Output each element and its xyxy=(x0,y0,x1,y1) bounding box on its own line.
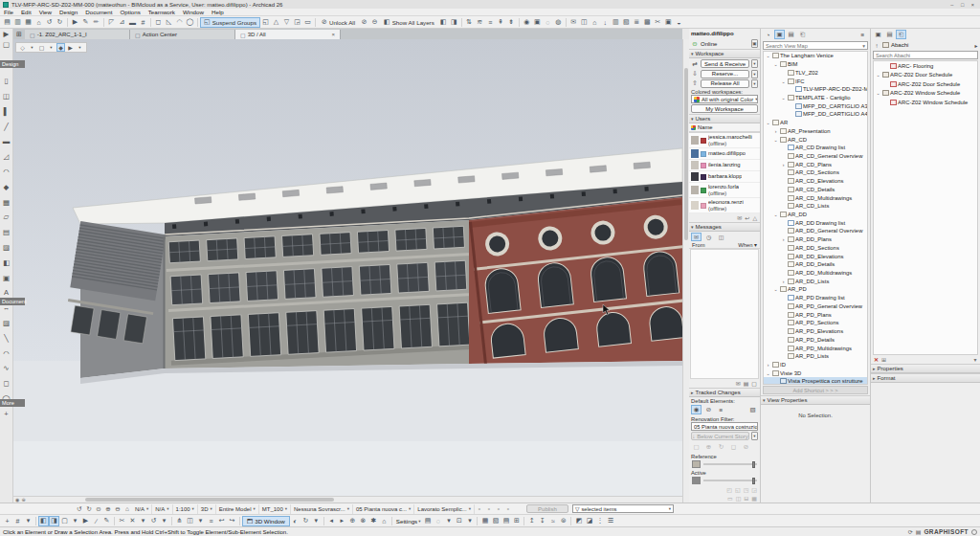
trace-icon[interactable]: ▢ xyxy=(691,442,702,452)
messages-when-column[interactable]: When ▾ xyxy=(738,242,757,248)
view-nav-icon[interactable]: ⊕ xyxy=(103,505,113,513)
edit-mode-icon-active[interactable]: ◨ xyxy=(49,516,59,526)
bottom-toolbar-icon[interactable]: ▾ xyxy=(443,516,454,526)
bottom-toolbar-icon[interactable]: ◩ xyxy=(573,516,584,526)
trace-tool-icon[interactable]: ◱ xyxy=(735,486,741,493)
view-map-icon[interactable]: ▣ xyxy=(873,30,883,39)
edit-mode-icon-active[interactable]: ◧ xyxy=(38,516,49,526)
toolbox-tool[interactable]: ▯ xyxy=(0,74,12,89)
bottom-toolbar-icon[interactable]: ⊗ xyxy=(358,516,368,526)
user-row[interactable]: matteo.difilippo xyxy=(689,148,760,160)
view-map-tree-item[interactable]: AR_DD_Multidrawings xyxy=(764,269,867,278)
bottom-toolbar-icon[interactable]: ▾ xyxy=(195,516,206,526)
document-tab[interactable]: ▢ Action Center × xyxy=(130,30,235,39)
view-map-tree-item[interactable]: › ID xyxy=(764,361,867,369)
bottom-toolbar-icon[interactable]: ▢ xyxy=(59,516,70,526)
view-map-tree-item[interactable]: ⌄ BIM xyxy=(764,60,867,69)
view-map-tree-item[interactable]: AR_CD_General Overview xyxy=(764,152,867,161)
expand-chevron[interactable]: ⌄ xyxy=(781,95,786,100)
view-nav-icon[interactable]: ⊖ xyxy=(113,505,122,513)
project-chooser-icon[interactable]: ◔ xyxy=(763,30,773,39)
message-action-icon[interactable]: ✉ xyxy=(736,380,741,387)
toolbox-tool[interactable]: ◿ xyxy=(0,149,12,165)
toolbar-icon[interactable]: ◯ xyxy=(185,17,195,28)
toolbox-tool[interactable]: ╲ xyxy=(0,330,12,346)
message-action-icon[interactable]: ▤ xyxy=(744,380,749,387)
unlock-all-button[interactable]: ⊘Unlock All xyxy=(318,17,359,28)
quick-options-dropdown[interactable]: 05 Pianta nuova c...▾ xyxy=(353,504,414,514)
workspace-section-header[interactable]: ▾Workspace xyxy=(689,49,760,58)
messages-from-column[interactable]: From xyxy=(692,242,705,248)
toolbar-icon[interactable]: ↺ xyxy=(44,17,55,28)
expand-chevron[interactable]: ⌄ xyxy=(773,61,778,67)
bottom-toolbar-icon[interactable]: ▧ xyxy=(490,516,501,526)
bottom-toolbar-icon[interactable]: + xyxy=(2,516,12,526)
toolbox-tool[interactable]: ▨ xyxy=(0,240,12,256)
users-name-column[interactable]: Name xyxy=(698,124,712,130)
active-opacity-slider[interactable] xyxy=(703,480,757,481)
view-map-tree-item[interactable]: AR_CD_Lists xyxy=(764,202,867,211)
view-map-tree-item[interactable]: AR_DD_General Overview xyxy=(764,227,867,235)
views-grid-icon[interactable]: ⊞ xyxy=(13,30,25,39)
publish-button[interactable]: Publish xyxy=(526,504,568,513)
view-map-tree-item[interactable]: TLV_Z02 xyxy=(764,68,867,77)
bottom-toolbar-icon[interactable]: ↩ xyxy=(216,516,227,526)
quick-options-dropdown[interactable]: N/A▾ xyxy=(152,504,172,514)
bottom-toolbar-icon[interactable]: ▾ xyxy=(138,516,148,526)
toolbar-icon[interactable]: ▤ xyxy=(2,17,12,28)
up-level-icon[interactable]: ↑ xyxy=(873,42,880,49)
bottom-toolbar-icon[interactable]: ✂ xyxy=(117,516,127,526)
quick-options-dropdown[interactable]: 1:100▾ xyxy=(173,504,198,514)
user-alert-icon[interactable]: △ xyxy=(752,214,757,221)
bottom-toolbar-icon[interactable]: ▾ xyxy=(23,516,33,526)
bottom-toolbar-icon[interactable]: ▦ xyxy=(479,516,490,526)
toolbar-icon[interactable]: ◉ xyxy=(522,17,532,28)
menu-item[interactable]: Teamwork xyxy=(145,9,179,15)
view-map-tree-item[interactable]: AR_PD_Multidrawings xyxy=(764,344,867,352)
quick-options-dropdown[interactable]: Lavorato Semplic...▾ xyxy=(414,504,475,514)
toolbar-icon[interactable]: ▭ xyxy=(302,17,313,28)
sync-icon[interactable]: ⟳ xyxy=(908,528,913,535)
view-nav-icon[interactable]: ⌂ xyxy=(122,505,132,513)
toolbar-icon[interactable]: ✉ xyxy=(568,17,579,28)
list-icon[interactable]: ≡ xyxy=(716,405,726,414)
toolbox-tool[interactable]: ▬ xyxy=(0,134,12,149)
bottom-toolbar-icon[interactable]: ▸ xyxy=(337,516,347,526)
reserve-button[interactable]: Reserve... xyxy=(701,70,749,78)
toolbar-icon[interactable]: ▽ xyxy=(281,17,292,28)
send-receive-button[interactable]: Send & Receive xyxy=(701,59,749,68)
view-nav-icon[interactable]: ⊙ xyxy=(94,505,103,513)
toolbar-icon[interactable]: ≣ xyxy=(632,17,642,28)
toolbar-icon[interactable]: ◲ xyxy=(292,17,302,28)
expand-chevron[interactable]: ⌄ xyxy=(766,370,770,376)
schedule-tree-item[interactable]: ⌄ ARC-Z02 Window Schedule xyxy=(874,89,977,99)
bottom-toolbar-icon[interactable]: ▶ xyxy=(80,516,91,526)
properties-section-header[interactable]: ▸Properties xyxy=(871,364,980,373)
toolbar-icon[interactable]: ⇅ xyxy=(464,17,475,28)
view-map-tree-item[interactable]: ⌄ Viste 3D xyxy=(764,368,867,377)
schedule-tree-item[interactable]: ARC-Z02 Window Schedule xyxy=(874,98,977,107)
toolbar-icon[interactable]: ◍ xyxy=(553,17,564,28)
bottom-toolbar-icon[interactable]: ◪ xyxy=(584,516,594,526)
bottom-toolbar-icon[interactable]: ↪ xyxy=(227,516,237,526)
quick-options-dropdown[interactable]: MT_100▾ xyxy=(259,504,291,514)
toolbar-icon[interactable]: ≋ xyxy=(475,17,485,28)
layout-book-icon[interactable]: ▤ xyxy=(786,30,796,39)
view-map-tree-item[interactable]: ⌄ The Langham Venice xyxy=(764,52,867,60)
toolbox-tool[interactable]: + xyxy=(0,406,12,421)
bottom-toolbar-icon[interactable]: ▾ xyxy=(311,516,322,526)
toolbar-icon[interactable]: ◸ xyxy=(106,17,117,28)
toolbar-icon[interactable]: ⌂ xyxy=(590,17,600,28)
suspend-groups-button[interactable]: ◱Suspend Groups xyxy=(200,17,260,28)
mini-tool-icon[interactable]: ▢ xyxy=(37,44,46,51)
view-map-tree-item[interactable]: AR_CD_Multidrawings xyxy=(764,193,867,202)
quick-options-dropdown[interactable]: N/A▾ xyxy=(132,504,152,514)
show-all-layers-button[interactable]: ◧Show All Layers xyxy=(380,17,438,28)
toolbar-icon[interactable]: ▦ xyxy=(23,17,33,28)
folder-icon[interactable]: ▤ xyxy=(916,528,922,535)
collapse-icon[interactable]: ▾ xyxy=(973,356,976,363)
toolbar-icon[interactable]: ✎ xyxy=(80,17,91,28)
expand-chevron[interactable]: ⌄ xyxy=(773,137,778,143)
expand-chevron[interactable]: ⌄ xyxy=(876,72,880,78)
view-map-tree-item[interactable]: ⌄ AR_PD xyxy=(764,285,867,294)
